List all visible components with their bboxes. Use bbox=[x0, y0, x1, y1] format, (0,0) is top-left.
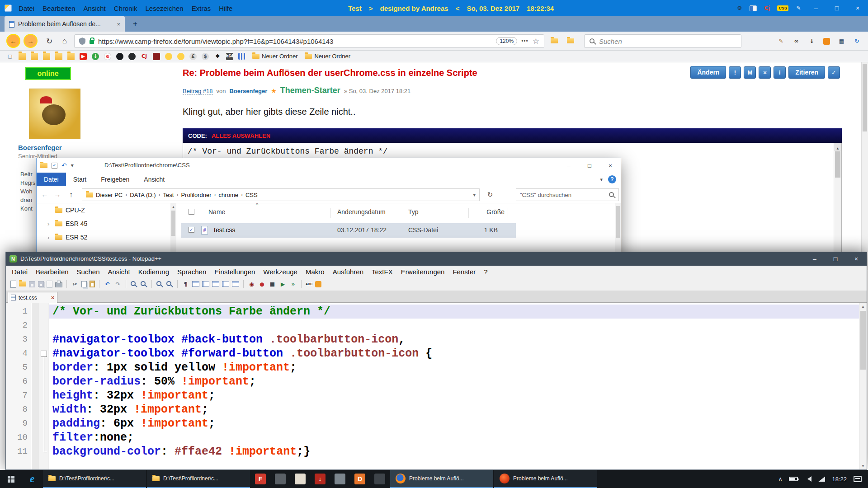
taskbar-button[interactable]: D:\Test\Profilordner\c... bbox=[147, 470, 250, 488]
quick-access-check-icon[interactable]: ✓ bbox=[52, 163, 57, 169]
save-icon[interactable] bbox=[29, 281, 35, 287]
word-wrap-icon[interactable]: ¶ bbox=[182, 280, 189, 288]
code-line[interactable]: 5border: 1px solid yellow !important; bbox=[6, 361, 867, 375]
quote-button[interactable]: Zitieren bbox=[788, 66, 825, 79]
author-link[interactable]: Boersenfeger bbox=[229, 88, 267, 94]
cj-icon[interactable]: Cj bbox=[763, 5, 771, 12]
edit-button[interactable]: Ändern bbox=[690, 66, 726, 79]
select-all-checkbox[interactable] bbox=[189, 209, 194, 215]
copy-icon[interactable] bbox=[81, 281, 87, 287]
code-editor[interactable]: 1/* Vor- und Zurückbuttons Farbe ändern … bbox=[6, 303, 867, 469]
breadcrumb[interactable]: Dieser PC›DATA (D:)›Test›Profilordner›ch… bbox=[82, 188, 480, 201]
smiley-icon[interactable] bbox=[177, 53, 184, 60]
replace-icon[interactable] bbox=[140, 281, 147, 288]
column-header-date[interactable]: Änderungsdatum bbox=[337, 208, 386, 216]
code-line[interactable]: 8width: 32px !important; bbox=[6, 403, 867, 417]
code-line[interactable]: 10filter:none; bbox=[6, 431, 867, 445]
github-icon[interactable] bbox=[116, 53, 123, 60]
code-line[interactable]: 9padding: 6px !important; bbox=[6, 417, 867, 431]
redo-icon[interactable]: ↷ bbox=[114, 280, 122, 288]
cj-icon[interactable]: Cj bbox=[141, 53, 148, 60]
scrollbar-thumb[interactable] bbox=[835, 151, 840, 178]
pm-button[interactable]: M bbox=[744, 66, 756, 79]
scroll-down-icon[interactable]: ▼ bbox=[859, 462, 867, 469]
maximize-button[interactable]: □ bbox=[579, 158, 600, 173]
menubar-item[interactable]: Einstellungen bbox=[210, 268, 259, 276]
start-button[interactable] bbox=[0, 470, 22, 488]
search-bar[interactable] bbox=[584, 34, 741, 48]
addon-icon[interactable] bbox=[823, 38, 830, 45]
new-file-icon[interactable] bbox=[10, 281, 16, 288]
fold-toggle-icon[interactable] bbox=[39, 347, 49, 361]
code-line[interactable]: 11background-color: #ffae42 !important;} bbox=[6, 445, 867, 459]
smiley-icon[interactable] bbox=[165, 53, 172, 60]
taskbar-button[interactable]: D:\Test\Profilordner\c... bbox=[43, 470, 146, 488]
firefox-titlebar[interactable]: DateiBearbeitenAnsichtChronikLesezeichen… bbox=[0, 0, 868, 16]
menubar-item[interactable]: Lesezeichen bbox=[141, 5, 187, 12]
tree-item[interactable]: ›ESR 45 bbox=[37, 217, 170, 230]
breadcrumb-item[interactable]: CSS bbox=[243, 192, 260, 198]
code-line[interactable]: 1/* Vor- und Zurückbuttons Farbe ändern … bbox=[6, 305, 867, 319]
find-icon[interactable] bbox=[130, 281, 137, 288]
taskbar-pinned-app[interactable] bbox=[370, 470, 390, 488]
gear-icon[interactable]: ⚙ bbox=[736, 5, 743, 12]
file-row[interactable]: ✓test.css03.12.2017 18:22CSS-Datei1 KB bbox=[181, 223, 516, 238]
zoom-in-icon[interactable] bbox=[156, 281, 163, 288]
stop-macro-icon[interactable]: ■ bbox=[269, 280, 276, 288]
stripes-icon[interactable] bbox=[238, 53, 245, 60]
breadcrumb-item[interactable]: DATA (D:) bbox=[127, 192, 158, 198]
tab-close-button[interactable]: × bbox=[51, 295, 54, 301]
menubar-item[interactable]: TextFX bbox=[368, 268, 397, 276]
menubar-item[interactable]: Erweiterungen bbox=[397, 268, 449, 276]
menubar-item[interactable]: Extras bbox=[188, 5, 215, 12]
forward-button[interactable]: → bbox=[51, 186, 64, 203]
menubar-item[interactable]: Hilfe bbox=[215, 5, 236, 12]
menubar-item[interactable]: Kodierung bbox=[134, 268, 173, 276]
explorer-search-input[interactable] bbox=[520, 192, 606, 198]
menubar-item[interactable]: Suchen bbox=[73, 268, 104, 276]
menubar-item[interactable]: Sprachen bbox=[173, 268, 210, 276]
menubar-item[interactable]: Makro bbox=[302, 268, 329, 276]
css-badge-icon[interactable]: CSS bbox=[777, 5, 788, 11]
close-button[interactable]: × bbox=[847, 0, 868, 16]
youtube-icon[interactable]: ▶ bbox=[80, 53, 87, 60]
taskbar-pinned-app[interactable] bbox=[290, 470, 310, 488]
action-center-icon[interactable] bbox=[854, 476, 862, 482]
checkbox[interactable]: ✓ bbox=[189, 227, 194, 233]
taskbar-pinned-app[interactable]: F bbox=[250, 470, 270, 488]
minimize-button[interactable]: – bbox=[558, 158, 579, 173]
forward-button[interactable]: → bbox=[24, 34, 38, 48]
notepadpp-titlebar[interactable]: N D:\Test\Profilordner\chrome\CSS\test.c… bbox=[6, 252, 867, 266]
taskbar-pinned-app[interactable] bbox=[330, 470, 350, 488]
explorer-titlebar[interactable]: ✓ ↶ ▾ D:\Test\Profilordner\chrome\CSS – … bbox=[37, 158, 621, 173]
ribbon-tab-freigeben[interactable]: Freigeben bbox=[94, 173, 137, 186]
dot-icon[interactable] bbox=[128, 53, 136, 60]
code-line[interactable]: 3#navigator-toolbox #back-button .toolba… bbox=[6, 333, 867, 347]
save-all-icon[interactable] bbox=[38, 281, 44, 287]
open-folder-icon[interactable] bbox=[19, 282, 26, 286]
function-list-icon[interactable] bbox=[222, 281, 229, 287]
maximize-button[interactable]: □ bbox=[825, 252, 846, 266]
code-scrollbar[interactable]: ▲ bbox=[834, 143, 841, 269]
b64-icon[interactable]: b64 bbox=[226, 53, 233, 60]
close-doc-icon[interactable] bbox=[47, 281, 52, 288]
download-arrow-icon[interactable]: ↓ bbox=[92, 53, 99, 60]
red-site-icon[interactable] bbox=[153, 53, 160, 60]
delete-button[interactable]: × bbox=[759, 66, 771, 79]
taskbar-pinned-app[interactable] bbox=[270, 470, 290, 488]
url-input[interactable] bbox=[98, 38, 492, 45]
back-button[interactable]: ← bbox=[6, 34, 20, 48]
folder-icon[interactable] bbox=[55, 53, 62, 60]
bookmark-folder[interactable]: Neuer Ordner bbox=[252, 53, 297, 60]
explorer-search-box[interactable] bbox=[516, 188, 619, 201]
undo-icon[interactable]: ↶ bbox=[61, 162, 67, 169]
page-actions-icon[interactable]: ••• bbox=[521, 38, 528, 44]
menubar-item[interactable]: Fenster bbox=[448, 268, 480, 276]
record-macro-icon[interactable]: ● bbox=[258, 280, 266, 288]
bookmark-folder-button[interactable] bbox=[567, 38, 574, 43]
close-button[interactable]: × bbox=[846, 252, 867, 266]
new-tab-button[interactable]: + bbox=[129, 19, 141, 29]
download-icon[interactable]: ↓ bbox=[808, 38, 816, 45]
folder-icon[interactable] bbox=[31, 53, 38, 60]
window-icon[interactable]: ▢ bbox=[6, 53, 14, 60]
